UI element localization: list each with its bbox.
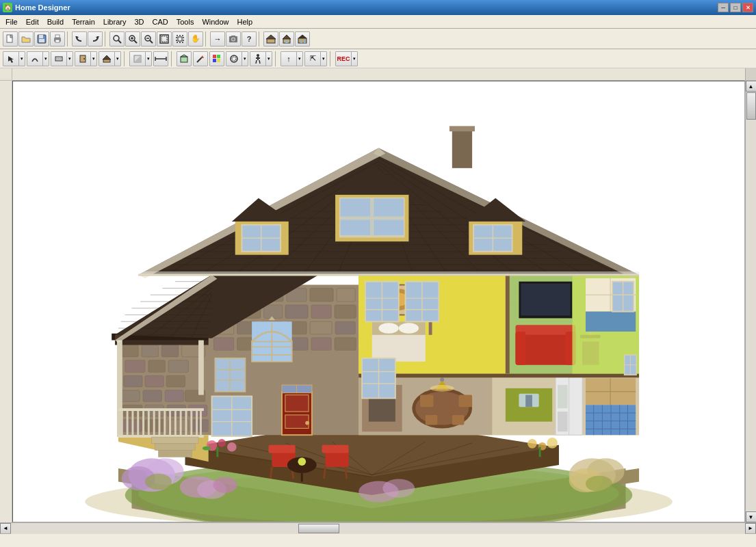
3d-roof-button[interactable] xyxy=(263,31,278,46)
svg-rect-158 xyxy=(310,288,333,302)
wall-dropdown-arrow[interactable]: ▾ xyxy=(66,51,73,66)
help-button[interactable]: ? xyxy=(242,31,257,46)
menu-3d[interactable]: 3D xyxy=(130,16,148,27)
svg-rect-151 xyxy=(155,444,196,451)
svg-rect-177 xyxy=(335,338,356,351)
svg-line-87 xyxy=(346,467,347,479)
svg-rect-7 xyxy=(55,40,60,42)
svg-rect-186 xyxy=(285,395,309,412)
close-button[interactable]: ✕ xyxy=(742,3,753,12)
separator-3 xyxy=(205,31,208,46)
zoom-fit-button[interactable] xyxy=(157,31,172,46)
menu-edit[interactable]: Edit xyxy=(22,16,43,27)
record-tool[interactable]: REC ▾ xyxy=(335,51,358,66)
record-dropdown-arrow[interactable]: ▾ xyxy=(351,51,357,66)
arc-tool[interactable]: ▾ xyxy=(27,51,49,66)
pointer-tool[interactable]: ⇱ ▾ xyxy=(304,51,327,66)
open-button[interactable] xyxy=(18,31,34,46)
menu-window[interactable]: Window xyxy=(198,16,233,27)
svg-rect-31 xyxy=(285,40,288,43)
svg-rect-369 xyxy=(216,447,218,457)
pan-button[interactable]: ✋ xyxy=(188,31,203,46)
svg-rect-276 xyxy=(586,312,636,332)
3d-house-button[interactable] xyxy=(279,31,294,46)
svg-rect-52 xyxy=(213,55,216,58)
menu-cad[interactable]: CAD xyxy=(148,16,172,27)
svg-rect-64 xyxy=(0,81,12,522)
svg-point-57 xyxy=(232,57,236,61)
select-dropdown-arrow[interactable]: ▾ xyxy=(18,51,25,66)
up-arrow-dropdown[interactable]: ▾ xyxy=(296,51,302,66)
ruler-corner xyxy=(0,68,12,81)
material-tool[interactable]: ▾ xyxy=(226,51,248,66)
object-tool[interactable] xyxy=(177,51,192,66)
title-bar: 🏠 Home Designer ─ □ ✕ xyxy=(0,0,756,15)
camera-button[interactable] xyxy=(226,31,241,46)
walkthrough-tool[interactable]: ▾ xyxy=(250,51,272,66)
menu-file[interactable]: File xyxy=(1,16,22,27)
scroll-up-button[interactable]: ▲ xyxy=(746,81,757,92)
draw-tool[interactable] xyxy=(193,51,208,66)
svg-line-17 xyxy=(150,40,153,43)
scroll-right-button[interactable]: ► xyxy=(745,523,756,534)
maximize-button[interactable]: □ xyxy=(730,3,741,12)
door-dropdown-arrow[interactable]: ▾ xyxy=(90,51,96,66)
svg-rect-164 xyxy=(311,305,331,319)
arrow-right-button[interactable]: → xyxy=(210,31,225,46)
roof-tool[interactable]: ▾ xyxy=(99,51,121,66)
scroll-thumb-horizontal[interactable] xyxy=(298,524,339,533)
menu-library[interactable]: Library xyxy=(99,16,131,27)
scroll-thumb-vertical[interactable] xyxy=(746,92,756,120)
walkthrough-dropdown-arrow[interactable]: ▾ xyxy=(265,51,272,66)
horizontal-scrollbar[interactable]: ◄ ► xyxy=(0,522,756,533)
roof-dropdown-arrow[interactable]: ▾ xyxy=(114,51,120,66)
stair-dropdown-arrow[interactable]: ▾ xyxy=(145,51,151,66)
material-icon xyxy=(226,51,242,66)
vertical-scrollbar[interactable]: ▲ ▼ xyxy=(745,81,756,522)
svg-rect-266 xyxy=(516,332,526,365)
redo-button[interactable] xyxy=(88,31,103,46)
menu-tools[interactable]: Tools xyxy=(172,16,198,27)
pointer-dropdown-arrow[interactable]: ▾ xyxy=(320,51,326,66)
up-arrow-tool[interactable]: ↑ ▾ xyxy=(281,51,303,66)
select-tool[interactable]: ▾ xyxy=(3,51,25,66)
arc-icon xyxy=(27,51,42,66)
print-button[interactable] xyxy=(50,31,65,46)
door-tool[interactable]: ▾ xyxy=(75,51,97,66)
menu-build[interactable]: Build xyxy=(43,16,68,27)
scroll-down-button[interactable]: ▼ xyxy=(746,511,757,522)
wall-tool[interactable]: ▾ xyxy=(51,51,73,66)
undo-button[interactable] xyxy=(72,31,87,46)
stair-tool[interactable]: ▾ xyxy=(129,51,152,66)
scroll-track-vertical[interactable] xyxy=(746,92,757,511)
minimize-button[interactable]: ─ xyxy=(718,3,729,12)
scroll-left-button[interactable]: ◄ xyxy=(0,523,11,534)
svg-rect-144 xyxy=(174,411,177,435)
material-dropdown-arrow[interactable]: ▾ xyxy=(242,51,248,66)
menu-terrain[interactable]: Terrain xyxy=(68,16,99,27)
zoom-box-button[interactable] xyxy=(172,31,187,46)
dimension-tool[interactable] xyxy=(153,51,168,66)
zoom-magnifier-button[interactable] xyxy=(109,31,125,46)
svg-rect-53 xyxy=(217,55,220,58)
canvas-area[interactable] xyxy=(12,81,745,522)
svg-rect-148 xyxy=(196,411,198,435)
vertical-ruler xyxy=(0,81,12,522)
arc-dropdown-arrow[interactable]: ▾ xyxy=(42,51,49,66)
svg-rect-145 xyxy=(180,411,182,435)
svg-rect-110 xyxy=(148,360,165,373)
svg-rect-376 xyxy=(449,126,475,131)
svg-rect-138 xyxy=(142,411,144,435)
svg-rect-171 xyxy=(335,321,355,334)
menu-bar: File Edit Build Terrain Library 3D CAD T… xyxy=(0,15,756,29)
new-button[interactable] xyxy=(3,31,18,46)
3d-exterior-button[interactable] xyxy=(295,31,310,46)
svg-rect-140 xyxy=(153,411,155,435)
zoom-in-button[interactable] xyxy=(125,31,140,46)
scroll-track-horizontal[interactable] xyxy=(11,523,745,534)
zoom-out-button[interactable] xyxy=(141,31,156,46)
menu-help[interactable]: Help xyxy=(233,16,257,27)
svg-rect-253 xyxy=(359,373,639,377)
fill-tool[interactable] xyxy=(209,51,224,66)
save-button[interactable] xyxy=(34,31,49,46)
